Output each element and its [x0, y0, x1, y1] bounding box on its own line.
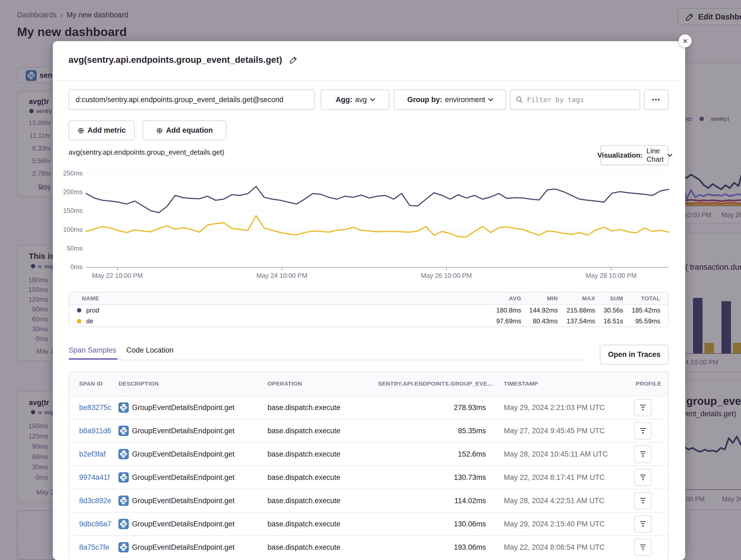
python-icon	[119, 472, 129, 483]
metric-line-chart[interactable]	[86, 173, 669, 267]
description-text: GroupEventDetailsEndpoint.get	[132, 497, 234, 505]
operation-cell: base.dispatch.execute	[268, 543, 378, 552]
description-text: GroupEventDetailsEndpoint.get	[132, 450, 234, 459]
metric-value-cell: 114.02ms	[378, 497, 486, 505]
operation-cell: base.dispatch.execute	[268, 403, 378, 412]
profile-button[interactable]	[634, 446, 652, 463]
profile-cell	[632, 422, 669, 439]
col-timestamp: TIMESTAMP	[486, 381, 632, 387]
timestamp-cell: May 27, 2024 9:45:45 PM UTC	[486, 427, 632, 435]
group-by-value: environment	[445, 96, 485, 104]
chevron-down-icon	[667, 152, 672, 157]
span-id-link[interactable]: b2ef3faf	[69, 450, 119, 459]
add-equation-button[interactable]: ⊕ Add equation	[143, 121, 226, 140]
metric-query-input[interactable]	[69, 89, 315, 110]
profile-button[interactable]	[634, 539, 652, 556]
profile-cell	[632, 399, 669, 416]
operation-cell: base.dispatch.execute	[268, 450, 378, 459]
description-cell: GroupEventDetailsEndpoint.get	[119, 449, 268, 459]
profile-icon	[639, 450, 647, 458]
x-tick-mark	[611, 267, 611, 271]
table-row: 9dbc86a7GroupEventDetailsEndpoint.getbas…	[69, 512, 668, 535]
add-metric-button[interactable]: ⊕ Add metric	[69, 121, 135, 140]
close-icon[interactable]: ×	[679, 34, 692, 48]
col-metric-value: SENTRY.API.ENDPOINTS.GROUP_EVE…	[378, 381, 486, 387]
group-by-dropdown[interactable]: Group by: environment	[394, 89, 506, 110]
timestamp-cell: May 28, 2024 4:22:51 AM UTC	[486, 497, 632, 505]
metric-value-cell: 130.73ms	[378, 473, 486, 482]
series-color-dot	[77, 319, 81, 323]
summary-value: 180.8ms	[480, 307, 521, 314]
x-tick-label: May 28 10:00 PM	[568, 272, 655, 279]
metric-value-cell: 85.35ms	[378, 427, 486, 435]
operation-cell: base.dispatch.execute	[268, 520, 378, 528]
python-icon	[119, 495, 129, 506]
metric-value-cell: 130.06ms	[378, 520, 486, 528]
group-by-label: Group by:	[407, 96, 442, 104]
modal-title: avg(sentry.api.endpoints.group_event_det…	[69, 55, 282, 65]
span-id-link[interactable]: 8d3c892e	[69, 497, 119, 505]
col-avg: AVG	[480, 295, 521, 302]
table-row: be83275cGroupEventDetailsEndpoint.getbas…	[69, 396, 668, 419]
profile-button[interactable]	[634, 399, 652, 416]
x-tick-mark	[282, 267, 282, 271]
table-row: 9974a41fGroupEventDetailsEndpoint.getbas…	[69, 466, 668, 489]
filter-tags-input[interactable]	[527, 96, 634, 104]
divider	[53, 80, 685, 81]
profile-button[interactable]	[634, 469, 652, 486]
col-max: MAX	[558, 295, 595, 302]
summary-value: 97.69ms	[480, 317, 521, 325]
profile-cell	[632, 492, 669, 509]
description-text: GroupEventDetailsEndpoint.get	[132, 403, 234, 412]
col-sum: SUM	[595, 295, 623, 302]
python-icon	[119, 449, 129, 459]
profile-button[interactable]	[634, 422, 652, 439]
plus-circle-icon: ⊕	[77, 127, 84, 135]
summary-value: 215.68ms	[558, 307, 595, 314]
search-icon	[516, 96, 523, 104]
more-options-button[interactable]: •••	[644, 89, 669, 110]
description-cell: GroupEventDetailsEndpoint.get	[119, 472, 268, 483]
span-id-link[interactable]: b6a911d6	[69, 427, 119, 435]
open-in-traces-button[interactable]: Open in Traces	[600, 345, 669, 365]
visualization-dropdown[interactable]: Visualization: Line Chart	[600, 145, 669, 165]
x-tick-label: May 22 10:00 PM	[74, 272, 161, 279]
table-row: b6a911d6GroupEventDetailsEndpoint.getbas…	[69, 419, 668, 442]
tab-span-samples[interactable]: Span Samples	[69, 346, 116, 354]
profile-cell	[632, 446, 669, 463]
profile-button[interactable]	[634, 492, 652, 509]
y-tick-label: 200ms	[53, 188, 83, 196]
span-id-link[interactable]: 9974a41f	[69, 473, 119, 482]
span-id-link[interactable]: be83275c	[69, 403, 119, 412]
filter-tags-box	[510, 89, 640, 110]
summary-value: 95.59ms	[623, 317, 660, 325]
tab-code-location[interactable]: Code Location	[126, 346, 174, 354]
python-icon	[119, 402, 129, 413]
y-tick-label: 100ms	[53, 226, 83, 233]
table-row: 8d3c892eGroupEventDetailsEndpoint.getbas…	[69, 489, 668, 512]
table-row: 8a75c7feGroupEventDetailsEndpoint.getbas…	[69, 535, 668, 559]
summary-row: prod180.8ms144.92ms215.68ms30.56s185.42m…	[69, 305, 668, 316]
chevron-down-icon	[370, 96, 375, 101]
x-tick-mark	[117, 267, 118, 271]
table-row: b2ef3fafGroupEventDetailsEndpoint.getbas…	[69, 442, 668, 466]
span-id-link[interactable]: 9dbc86a7	[69, 520, 119, 528]
metric-value-cell: 152.6ms	[378, 450, 486, 459]
y-tick-label: 0ms	[53, 263, 83, 271]
profile-cell	[632, 539, 669, 556]
x-tick-mark	[446, 267, 447, 271]
y-tick-label: 50ms	[53, 245, 83, 252]
col-span-id: SPAN ID	[69, 381, 119, 387]
aggregation-dropdown[interactable]: Agg: avg	[321, 89, 389, 110]
description-text: GroupEventDetailsEndpoint.get	[132, 427, 234, 435]
edit-title-pencil-icon[interactable]	[289, 56, 298, 64]
col-description: DESCRIPTION	[119, 381, 268, 387]
profile-icon	[639, 427, 647, 435]
span-id-link[interactable]: 8a75c7fe	[69, 543, 119, 552]
chevron-down-icon	[488, 96, 493, 101]
profile-button[interactable]	[634, 515, 652, 533]
agg-value: avg	[355, 96, 367, 104]
metric-details-modal: avg(sentry.api.endpoints.group_event_det…	[53, 41, 685, 560]
col-min: MIN	[521, 295, 558, 302]
timestamp-cell: May 29, 2024 2:21:03 PM UTC	[486, 403, 632, 412]
